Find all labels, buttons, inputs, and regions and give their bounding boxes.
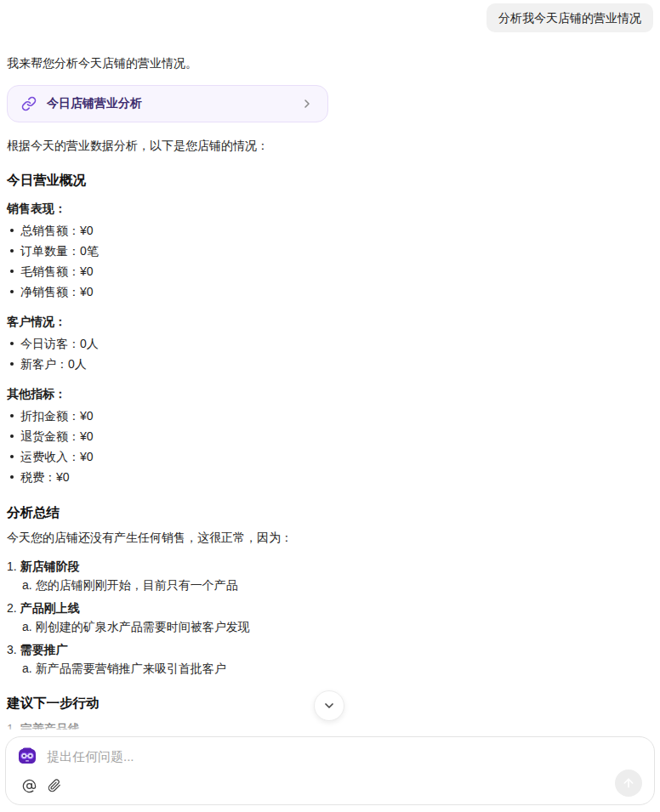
reason-detail: a.刚创建的矿泉水产品需要时间被客户发现 bbox=[7, 617, 653, 636]
step-title: 完善产品线 bbox=[20, 722, 80, 730]
list-item: 订单数量：0笔 bbox=[7, 241, 653, 261]
list-item: 净销售额：¥0 bbox=[7, 281, 653, 302]
reason-detail: a.您的店铺刚刚开始，目前只有一个产品 bbox=[7, 576, 653, 594]
list-item: 总销售额：¥0 bbox=[7, 220, 653, 241]
reason-detail-text: 新产品需要营销推广来吸引首批客户 bbox=[36, 662, 226, 675]
reason-detail: a.新产品需要营销推广来吸引首批客户 bbox=[7, 659, 653, 678]
list-item: 新客户：0人 bbox=[7, 354, 653, 374]
reason-detail-text: 刚创建的矿泉水产品需要时间被客户发现 bbox=[36, 620, 250, 633]
list-marker: a. bbox=[22, 578, 32, 592]
assistant-avatar bbox=[18, 747, 37, 764]
list-item: 运费收入：¥0 bbox=[7, 446, 653, 467]
paperclip-icon bbox=[48, 779, 61, 792]
chevron-right-icon bbox=[300, 97, 314, 111]
list-marker: a. bbox=[22, 620, 32, 633]
summary-lead-text: 今天您的店铺还没有产生任何销售，这很正常，因为： bbox=[7, 529, 653, 547]
link-icon bbox=[21, 96, 37, 111]
section-heading-overview: 今日营业概况 bbox=[7, 171, 653, 189]
list-number: 1. bbox=[7, 722, 17, 730]
chevron-down-icon bbox=[322, 699, 336, 713]
other-metrics-list: 折扣金额：¥0 退货金额：¥0 运费收入：¥0 税费：¥0 bbox=[7, 406, 653, 487]
at-icon bbox=[22, 779, 37, 793]
list-marker: a. bbox=[22, 662, 32, 675]
attach-button[interactable] bbox=[43, 775, 65, 797]
list-item: 今日访客：0人 bbox=[7, 333, 653, 354]
reason-title: 产品刚上线 bbox=[20, 601, 80, 615]
list-item: 毛销售额：¥0 bbox=[7, 261, 653, 281]
list-item: 退货金额：¥0 bbox=[7, 426, 653, 446]
reason-title: 新店铺阶段 bbox=[20, 559, 80, 573]
section-heading-summary: 分析总结 bbox=[7, 503, 653, 521]
reason-title: 需要推广 bbox=[20, 643, 68, 656]
assistant-intro-text: 我来帮您分析今天店铺的营业情况。 bbox=[7, 54, 653, 72]
reason-item: 1.新店铺阶段 bbox=[7, 557, 653, 576]
chat-input[interactable] bbox=[45, 748, 642, 764]
other-metrics-label: 其他指标： bbox=[7, 385, 653, 403]
list-number: 3. bbox=[7, 643, 17, 656]
customers-label: 客户情况： bbox=[7, 313, 653, 331]
reason-detail-text: 您的店铺刚刚开始，目前只有一个产品 bbox=[36, 578, 238, 592]
scroll-to-bottom-button[interactable] bbox=[314, 690, 344, 721]
reason-item: 2.产品刚上线 bbox=[7, 599, 653, 617]
assistant-lead-text: 根据今天的营业数据分析，以下是您店铺的情况： bbox=[7, 137, 653, 155]
list-number: 1. bbox=[7, 559, 17, 573]
sales-label: 销售表现： bbox=[7, 200, 653, 218]
user-message-bubble: 分析我今天店铺的营业情况 bbox=[486, 3, 653, 32]
send-button[interactable] bbox=[615, 769, 642, 797]
mention-button[interactable] bbox=[18, 775, 40, 797]
chat-message-list: 分析我今天店铺的营业情况 我来帮您分析今天店铺的营业情况。 今日店铺营业分析 根… bbox=[0, 0, 660, 730]
tool-result-card[interactable]: 今日店铺营业分析 bbox=[7, 85, 328, 122]
customers-metrics-list: 今日访客：0人 新客户：0人 bbox=[7, 333, 653, 374]
tool-card-title: 今日店铺营业分析 bbox=[47, 96, 290, 111]
list-item: 税费：¥0 bbox=[7, 467, 653, 487]
reason-item: 3.需要推广 bbox=[7, 640, 653, 659]
user-message-row: 分析我今天店铺的营业情况 bbox=[7, 3, 653, 32]
sales-metrics-list: 总销售额：¥0 订单数量：0笔 毛销售额：¥0 净销售额：¥0 bbox=[7, 220, 653, 302]
arrow-up-icon bbox=[622, 776, 635, 790]
list-number: 2. bbox=[7, 601, 17, 615]
list-item: 折扣金额：¥0 bbox=[7, 406, 653, 426]
message-composer bbox=[5, 736, 655, 805]
